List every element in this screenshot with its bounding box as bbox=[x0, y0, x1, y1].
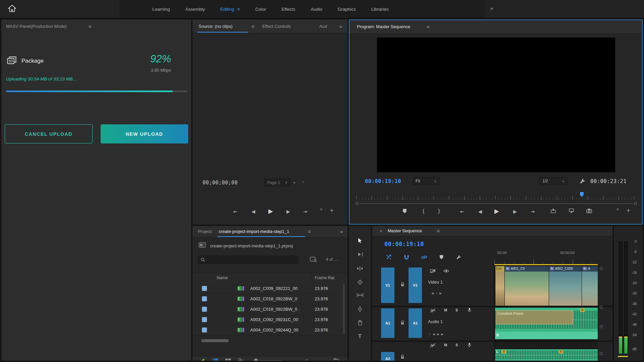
page-nav-icon[interactable]: ▸ bbox=[294, 180, 296, 185]
row-select-checkbox[interactable] bbox=[202, 317, 207, 322]
close-tab-icon[interactable]: × bbox=[380, 228, 382, 234]
fx-badge[interactable]: fx bbox=[583, 267, 587, 270]
table-row[interactable]: A002_C018_0922BW_0 23.976 bbox=[193, 294, 347, 304]
keyframe-nav-v1[interactable]: ◀○▶ bbox=[431, 292, 444, 295]
track-select-a1[interactable]: A1 bbox=[409, 308, 422, 338]
waveform-off-icon[interactable] bbox=[430, 308, 436, 313]
track-height-handle[interactable] bbox=[600, 306, 603, 309]
goto-out-button[interactable]: ⇥ bbox=[531, 209, 535, 214]
track-name-v1[interactable]: Video 1 bbox=[428, 280, 443, 285]
home-button[interactable] bbox=[8, 4, 16, 12]
row-select-checkbox[interactable] bbox=[202, 296, 207, 301]
search-bin-icon[interactable] bbox=[310, 256, 317, 262]
project-tab-name[interactable]: create-project-import-media-step1_1 bbox=[219, 229, 289, 234]
list-view-icon[interactable] bbox=[213, 358, 218, 361]
mute-button[interactable]: M bbox=[444, 343, 447, 347]
table-row[interactable]: A004_C002_09244Q_00 23.976 bbox=[193, 325, 347, 336]
timeline-tab-name[interactable]: Master Sequence bbox=[388, 228, 422, 233]
workspace-tab-libraries[interactable]: Libraries bbox=[371, 7, 389, 12]
video-clip-cro[interactable]: Cro bbox=[495, 266, 504, 306]
hand-tool[interactable] bbox=[349, 320, 371, 325]
resolution-dropdown[interactable]: 1/2 ∨ bbox=[539, 177, 568, 185]
track-height-handle[interactable] bbox=[600, 352, 603, 355]
masv-panel-menu-icon[interactable]: ≡ bbox=[89, 24, 92, 29]
program-panel-title[interactable]: Program: Master Sequence bbox=[357, 24, 410, 29]
keyframe-next-icon[interactable]: ▶ bbox=[441, 333, 445, 336]
step-forward-button[interactable]: ▶ bbox=[286, 209, 290, 214]
icon-view-icon[interactable] bbox=[225, 358, 231, 361]
goto-out-button[interactable]: ⇥ bbox=[303, 209, 307, 214]
source-patch-v1[interactable]: V1 bbox=[381, 267, 394, 303]
play-button[interactable]: ▶ bbox=[494, 208, 499, 214]
table-row[interactable]: A002_C009_092221_00 23.976 bbox=[193, 283, 347, 294]
project-panel-menu-icon[interactable]: ≡ bbox=[308, 229, 311, 234]
track-name-a1[interactable]: Audio 1 bbox=[428, 319, 443, 324]
voiceover-mic-icon[interactable] bbox=[468, 308, 471, 313]
new-bin-icon[interactable] bbox=[333, 358, 339, 361]
horizontal-scrollbar[interactable] bbox=[201, 339, 229, 342]
track-height-handle[interactable] bbox=[600, 267, 603, 270]
page-selector-dropdown[interactable]: Page 1 ∨ bbox=[264, 179, 290, 186]
audio-clip-a2-waveform[interactable]: L bbox=[495, 349, 598, 361]
track-lock-icon[interactable] bbox=[400, 320, 405, 325]
track-eye-icon[interactable] bbox=[443, 269, 449, 273]
add-button-icon[interactable]: + bbox=[330, 207, 334, 214]
table-row[interactable]: A002_C018_0922BW_0 23.976 bbox=[193, 304, 347, 315]
lift-button[interactable] bbox=[551, 208, 556, 213]
timeline-panel-menu-icon[interactable]: ≡ bbox=[437, 228, 440, 233]
source-tabs-overflow-icon[interactable]: » bbox=[339, 23, 342, 29]
video-clip-a002[interactable]: fxA002_C009 bbox=[549, 266, 582, 306]
track-height-handle[interactable] bbox=[600, 325, 603, 328]
workspace-tab-assembly[interactable]: Assembly bbox=[185, 7, 205, 12]
audio-clip-a1-lower[interactable]: R bbox=[495, 332, 598, 339]
edit-pencil-icon[interactable] bbox=[200, 358, 205, 361]
linked-selection-icon[interactable] bbox=[421, 255, 427, 260]
waveform-off-icon[interactable] bbox=[430, 343, 436, 348]
pen-tool[interactable] bbox=[349, 306, 371, 312]
play-button[interactable]: ▶ bbox=[268, 208, 273, 214]
page-add-icon[interactable]: + bbox=[302, 179, 305, 184]
column-header-frame-rate[interactable]: Frame Rat bbox=[315, 276, 334, 280]
program-timecode[interactable]: 00:00:19:10 bbox=[365, 178, 401, 184]
keyframe-add-icon[interactable]: ◆ bbox=[437, 333, 441, 336]
mark-out-button[interactable]: } bbox=[438, 208, 440, 214]
step-forward-button[interactable]: ▶ bbox=[513, 209, 517, 214]
column-header-name[interactable]: Name bbox=[217, 276, 228, 280]
timeline-settings-wrench-icon[interactable] bbox=[456, 255, 461, 260]
keyframe-nav-a1[interactable]: ○◀◆▶ bbox=[429, 333, 445, 336]
row-select-checkbox[interactable] bbox=[202, 286, 207, 291]
workspace-tab-audio[interactable]: Audio bbox=[311, 7, 322, 12]
marker-icon[interactable] bbox=[439, 255, 443, 259]
zoom-handle-right[interactable] bbox=[634, 202, 637, 205]
new-upload-button[interactable]: NEW UPLOAD bbox=[101, 124, 188, 143]
fx-badge-audio[interactable]: fx bbox=[502, 350, 506, 354]
keyframe-prev-icon[interactable]: ◀ bbox=[431, 292, 436, 295]
fx-badge-audio[interactable]: fx bbox=[580, 308, 585, 312]
step-back-button[interactable]: ◀ bbox=[478, 209, 482, 214]
track-lock-icon[interactable] bbox=[400, 282, 405, 287]
nest-toggle-icon[interactable] bbox=[386, 255, 392, 260]
solo-button[interactable]: S bbox=[455, 343, 458, 347]
project-tabs-overflow-icon[interactable]: » bbox=[340, 229, 343, 234]
keyframe-next-icon[interactable]: ▶ bbox=[439, 292, 444, 295]
sort-menu-icon[interactable]: ≡ bbox=[305, 358, 308, 361]
step-back-button[interactable]: ◀ bbox=[252, 209, 255, 214]
workspace-overflow-icon[interactable]: » bbox=[490, 5, 493, 11]
program-playhead[interactable] bbox=[580, 192, 584, 197]
source-patch-a1[interactable]: A1 bbox=[381, 308, 394, 338]
track-select-v1[interactable]: V1 bbox=[409, 267, 422, 303]
workspace-tab-graphics[interactable]: Graphics bbox=[338, 7, 356, 12]
transport-overflow-icon[interactable]: » bbox=[320, 206, 322, 212]
fx-badge-audio[interactable]: fx bbox=[559, 350, 563, 354]
video-clip-a001[interactable]: fxA001_C0 bbox=[504, 266, 549, 306]
row-select-checkbox[interactable] bbox=[202, 327, 207, 333]
keyframe-show-icon[interactable]: ○ bbox=[429, 333, 432, 336]
marker-button[interactable] bbox=[402, 208, 407, 214]
project-file-name[interactable]: create-project-import-media-step1_1.prpr… bbox=[210, 243, 293, 248]
keyframe-prev-icon[interactable]: ◀ bbox=[432, 333, 437, 336]
extract-button[interactable] bbox=[569, 208, 574, 213]
workspace-tab-editing[interactable]: Editing bbox=[220, 7, 234, 12]
zoom-slider-knob[interactable] bbox=[254, 359, 258, 361]
search-input[interactable] bbox=[198, 255, 299, 264]
program-panel-menu-icon[interactable]: ≡ bbox=[427, 24, 430, 29]
